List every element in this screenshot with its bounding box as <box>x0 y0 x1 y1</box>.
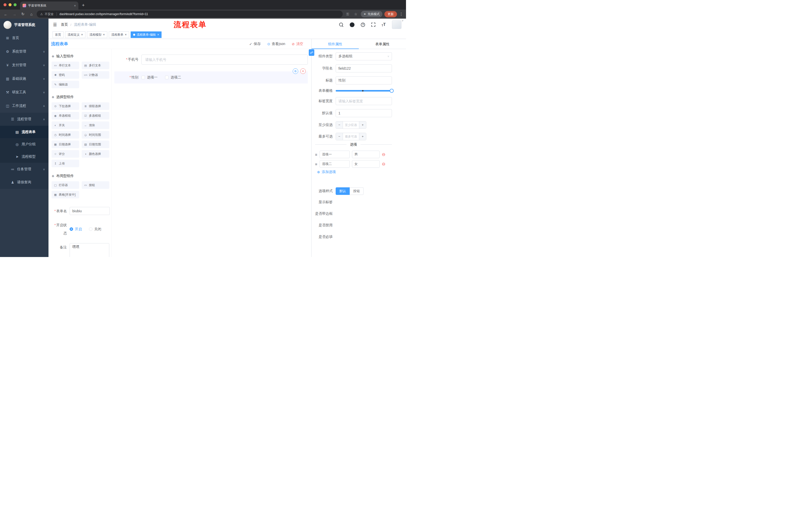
component-item-button[interactable]: ▭按钮 <box>82 181 109 189</box>
password-key-icon[interactable]: ⚿ <box>345 12 351 16</box>
sidebar-item-task-management[interactable]: ≔ 任务管理 ∨ <box>0 163 49 176</box>
tag-process-model[interactable]: 流程模型 × <box>87 31 107 38</box>
component-item-time-range[interactable]: ◶时间范围 <box>82 131 109 139</box>
zoom-window-button[interactable] <box>13 3 17 6</box>
sidebar-item-user-group[interactable]: ◎ 用户分组 <box>0 138 49 151</box>
sidebar-item-system[interactable]: ⚙ 系统管理 ∨ <box>0 45 49 58</box>
remove-option-icon[interactable]: ⊖ <box>382 153 385 157</box>
component-item-checkbox-group[interactable]: ☑多选框组 <box>82 112 109 119</box>
tab-close-icon[interactable]: × <box>74 4 76 7</box>
component-item-rate[interactable]: ☆评分 <box>52 150 79 158</box>
back-icon[interactable]: ← <box>2 12 9 16</box>
address-bar[interactable]: ⚠ 不安全 dashboard.yudao.iocoder.cn/bpm/man… <box>37 10 343 18</box>
component-item-switch[interactable]: ◐开关 <box>52 121 79 129</box>
sidebar-logo-row[interactable]: 芋道管理系统 <box>0 19 49 31</box>
new-tab-button[interactable]: + <box>82 2 85 8</box>
sidebar-item-process-management[interactable]: ☰ 流程管理 ∧ <box>0 113 49 126</box>
phone-field-row[interactable]: *手机号 <box>114 55 308 64</box>
incognito-badge[interactable]: ⚭ 无痕模式 <box>361 11 382 17</box>
home-icon[interactable]: ⌂ <box>28 12 35 16</box>
tag-process-definition[interactable]: 流程定义 × <box>65 31 85 38</box>
remove-option-icon[interactable]: ⊖ <box>382 162 385 166</box>
component-item-select[interactable]: ⊙下拉选择 <box>52 102 79 110</box>
font-size-icon[interactable]: TT <box>382 22 386 27</box>
sidebar-item-leave-query[interactable]: ♟ 请假查询 <box>0 176 49 189</box>
security-label[interactable]: 不安全 <box>45 12 54 16</box>
option-value-input[interactable] <box>352 160 380 168</box>
status-on-radio[interactable]: 开启 <box>69 225 82 233</box>
sidebar-collapse-icon[interactable]: ☰ <box>52 22 58 27</box>
add-option-button[interactable]: ⊕ 添加选项 <box>317 170 392 174</box>
plus-icon[interactable]: + <box>359 133 366 140</box>
copy-component-icon[interactable]: ⧉ <box>293 69 298 74</box>
sidebar-item-home[interactable]: ⊞ 首页 <box>0 31 49 45</box>
default-value-input[interactable] <box>336 109 392 117</box>
component-item-upload[interactable]: ↥上传 <box>52 160 79 167</box>
breadcrumb-home[interactable]: 首页 <box>61 22 68 27</box>
drag-handle-icon[interactable]: ≡ <box>315 162 317 166</box>
title-input[interactable] <box>336 77 392 84</box>
link-icon[interactable]: ☍ <box>309 49 314 56</box>
close-icon[interactable]: × <box>125 33 127 36</box>
form-canvas[interactable]: *手机号 ⧉ ✕ *性别 选项一 <box>112 49 311 257</box>
close-icon[interactable]: × <box>157 33 159 36</box>
bookmark-star-icon[interactable]: ☆ <box>353 12 359 16</box>
close-icon[interactable]: × <box>81 33 83 36</box>
sidebar-item-process-model[interactable]: ➤ 流程模型 <box>0 151 49 163</box>
slider-handle[interactable] <box>390 89 394 93</box>
search-icon[interactable] <box>339 23 343 27</box>
phone-input[interactable] <box>141 55 308 64</box>
form-name-input[interactable] <box>69 207 110 215</box>
component-item-cascader[interactable]: ≣级联选择 <box>82 102 109 110</box>
component-item-radio-group[interactable]: ◉单选框组 <box>52 112 79 119</box>
component-item-single-line-text[interactable]: ▭单行文本 <box>52 62 79 69</box>
option-label-input[interactable] <box>320 151 350 158</box>
url-text[interactable]: dashboard.yudao.iocoder.cn/bpm/manager/f… <box>60 12 148 16</box>
component-item-editor[interactable]: ✎编辑器 <box>52 81 79 88</box>
reload-icon[interactable]: ↻ <box>20 12 26 16</box>
component-item-time-picker[interactable]: ◷时间选择 <box>52 131 79 139</box>
gender-option1-checkbox[interactable]: 选项一 <box>141 75 157 80</box>
component-item-date-range[interactable]: ▧日期范围 <box>82 141 109 148</box>
browser-menu-icon[interactable]: ⋮ <box>399 12 404 16</box>
tab-form-props[interactable]: 表单属性 <box>359 39 406 49</box>
forward-icon[interactable]: → <box>11 12 18 16</box>
form-remark-textarea[interactable]: 嘿嘿 <box>69 243 109 257</box>
field-name-input[interactable] <box>336 64 392 73</box>
save-button[interactable]: ✓ 保存 <box>249 42 261 46</box>
browser-dropdown-chevron[interactable]: ˅ <box>402 19 404 23</box>
max-select-input[interactable] <box>343 133 359 140</box>
close-window-button[interactable] <box>3 3 6 6</box>
drag-handle-icon[interactable]: ≡ <box>315 153 317 157</box>
option-label-input[interactable] <box>320 160 350 168</box>
fullscreen-icon[interactable] <box>371 23 375 27</box>
sidebar-item-payment[interactable]: ¥ 支付管理 ∨ <box>0 58 49 72</box>
tag-process-form-edit[interactable]: 流程表单-编辑 × <box>130 31 162 38</box>
delete-component-icon[interactable]: ✕ <box>300 69 306 74</box>
sidebar-item-infrastructure[interactable]: ▥ 基础设施 ∨ <box>0 72 49 85</box>
minus-icon[interactable]: − <box>336 121 343 129</box>
label-width-input[interactable] <box>336 97 392 105</box>
github-icon[interactable] <box>350 22 354 27</box>
minimize-window-button[interactable] <box>8 3 11 6</box>
update-button[interactable]: 更新 <box>384 11 397 17</box>
status-off-radio[interactable]: 关闭 <box>89 225 101 233</box>
component-item-row-container[interactable]: ▢行容器 <box>52 181 79 189</box>
sidebar-item-workflow[interactable]: ◫ 工作流程 ∧ <box>0 99 49 113</box>
component-item-color-picker[interactable]: ◑颜色选择 <box>82 150 109 158</box>
help-icon[interactable]: ? <box>361 23 365 27</box>
component-item-multi-line-text[interactable]: ▤多行文本 <box>82 62 109 69</box>
component-item-password[interactable]: ✱密码 <box>52 71 79 79</box>
component-item-slider[interactable]: ↔滑块 <box>82 121 109 129</box>
option-value-input[interactable] <box>352 151 380 158</box>
selected-gender-field[interactable]: ⧉ ✕ *性别 选项一 选项二 <box>114 72 308 83</box>
component-item-counter[interactable]: 123计数器 <box>82 71 109 79</box>
min-select-input[interactable] <box>343 121 359 129</box>
gender-option2-checkbox[interactable]: 选项二 <box>165 75 181 80</box>
sidebar-item-devtools[interactable]: ⚒ 研发工具 ∨ <box>0 85 49 99</box>
close-icon[interactable]: × <box>103 33 105 36</box>
clear-button[interactable]: ⊘ 清空 <box>292 42 303 46</box>
avatar[interactable] <box>392 20 402 29</box>
tag-home[interactable]: 首页 <box>53 31 63 38</box>
plus-icon[interactable]: + <box>359 121 366 129</box>
